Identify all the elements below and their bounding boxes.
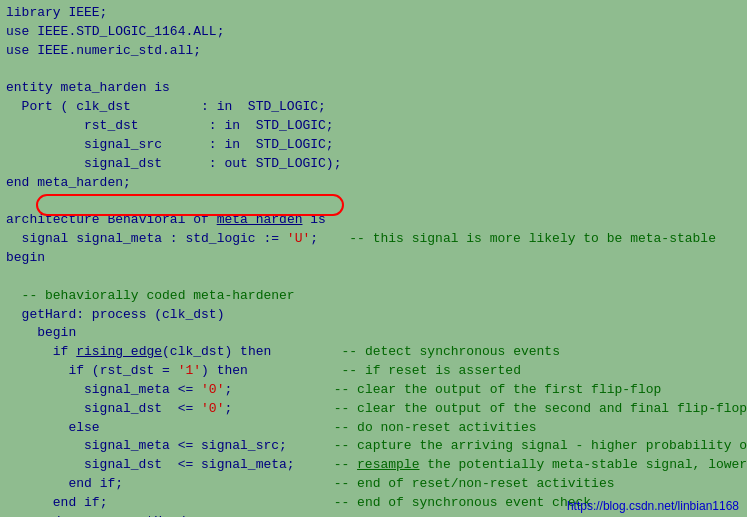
line-5: entity meta_harden is bbox=[6, 79, 741, 98]
line-19: if rising_edge(clk_dst) then -- detect s… bbox=[6, 343, 741, 362]
line-2: use IEEE.STD_LOGIC_1164.ALL; bbox=[6, 23, 741, 42]
line-10: end meta_harden; bbox=[6, 174, 741, 193]
line-7: rst_dst : in STD_LOGIC; bbox=[6, 117, 741, 136]
line-16: -- behaviorally coded meta-hardener bbox=[6, 287, 741, 306]
line-18: begin bbox=[6, 324, 741, 343]
line-3: use IEEE.numeric_std.all; bbox=[6, 42, 741, 61]
line-26: end if; -- end of reset/non-reset activi… bbox=[6, 475, 741, 494]
line-17: getHard: process (clk_dst) bbox=[6, 306, 741, 325]
line-20: if (rst_dst = '1') then -- if reset is a… bbox=[6, 362, 741, 381]
line-25: signal_dst <= signal_meta; -- resample t… bbox=[6, 456, 741, 475]
line-12: architecture Behavioral of meta_harden i… bbox=[6, 211, 741, 230]
line-9: signal_dst : out STD_LOGIC); bbox=[6, 155, 741, 174]
line-6: Port ( clk_dst : in STD_LOGIC; bbox=[6, 98, 741, 117]
line-11 bbox=[6, 192, 741, 211]
line-13: signal signal_meta : std_logic := 'U'; -… bbox=[6, 230, 741, 249]
line-8: signal_src : in STD_LOGIC; bbox=[6, 136, 741, 155]
line-4 bbox=[6, 61, 741, 80]
line-22: signal_dst <= '0'; -- clear the output o… bbox=[6, 400, 741, 419]
line-28: end process getHard; bbox=[6, 513, 741, 517]
line-1: library IEEE; bbox=[6, 4, 741, 23]
line-15 bbox=[6, 268, 741, 287]
line-24: signal_meta <= signal_src; -- capture th… bbox=[6, 437, 741, 456]
line-14: begin bbox=[6, 249, 741, 268]
line-21: signal_meta <= '0'; -- clear the output … bbox=[6, 381, 741, 400]
code-container: library IEEE; use IEEE.STD_LOGIC_1164.AL… bbox=[0, 0, 747, 517]
line-23: else -- do non-reset activities bbox=[6, 419, 741, 438]
watermark: https://blog.csdn.net/linbian1168 bbox=[567, 499, 739, 513]
